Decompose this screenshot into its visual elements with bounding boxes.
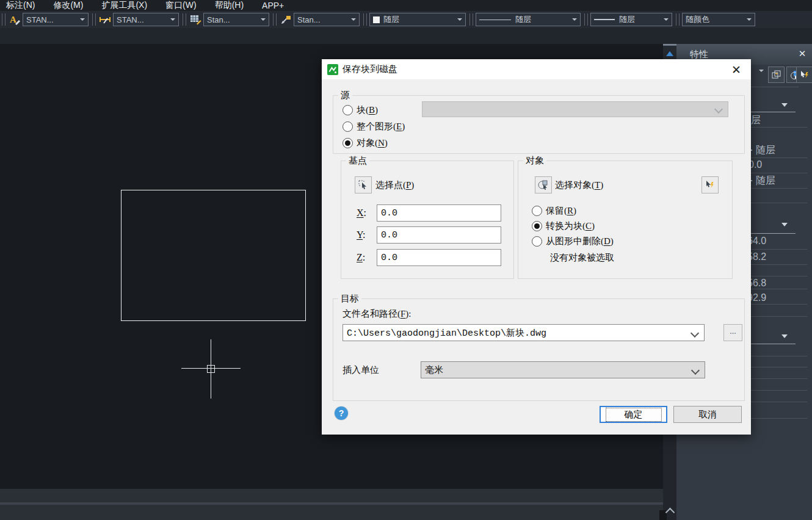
color-control-dropdown[interactable]: 随层 [369, 13, 466, 26]
quick-select-icon [704, 179, 716, 191]
properties-close-icon[interactable]: ✕ [797, 49, 807, 59]
toolbar-grip[interactable] [2, 13, 5, 26]
scrollbar-top-widget[interactable] [663, 44, 676, 59]
radio-objects[interactable]: 对象(N) [343, 137, 388, 149]
basepoint-group: 基点 选择点(P) X: Y: Z: [341, 161, 514, 279]
text-style-dropdown[interactable]: STAN... [23, 13, 89, 26]
dropdown-arrow-icon [80, 18, 85, 21]
quick-select-panel-button[interactable] [796, 67, 812, 83]
section-collapse-icon[interactable] [781, 334, 788, 338]
toolbar-grip[interactable] [469, 13, 473, 26]
radio-circle [532, 221, 542, 231]
pick-point-button[interactable] [355, 176, 372, 193]
chevron-down-icon[interactable] [691, 366, 700, 375]
radio-retain[interactable]: 保留(R) [532, 205, 576, 217]
scroll-chevron-icon[interactable] [665, 508, 675, 518]
menu-express-tools[interactable]: 扩展工具(X) [92, 0, 156, 11]
basepoint-group-label: 基点 [346, 155, 369, 167]
linetype-control-dropdown[interactable]: 随层 [476, 13, 581, 26]
source-group: 源 块(B) 整个图形(E) 对象(N) [333, 95, 745, 154]
radio-circle [532, 206, 542, 216]
radio-circle [343, 138, 353, 148]
drawn-rectangle[interactable] [121, 190, 306, 321]
dropdown-arrow-icon [759, 70, 764, 82]
styles-toolbar: A STAN... STAN... Stan... Stan... 随层 [0, 11, 812, 28]
mleader-style-dropdown[interactable]: Stan... [294, 13, 360, 26]
dropdown-arrow-icon [351, 18, 356, 21]
toolbar-grip[interactable] [584, 13, 588, 26]
menu-bar: 标注(N) 修改(M) 扩展工具(X) 窗口(W) 帮助(H) APP+ [0, 0, 812, 11]
cancel-button[interactable]: 取消 [673, 406, 742, 423]
radio-convert-to-block[interactable]: 转换为块(C) [532, 220, 595, 232]
x-input[interactable] [377, 204, 501, 222]
y-input[interactable] [377, 226, 501, 244]
app-window: 标注(N) 修改(M) 扩展工具(X) 窗口(W) 帮助(H) APP+ A S… [0, 0, 812, 520]
menu-help[interactable]: 帮助(H) [206, 0, 253, 11]
radio-circle [343, 121, 353, 132]
menu-app-plus[interactable]: APP+ [253, 1, 293, 10]
block-name-combo [422, 101, 728, 117]
dropdown-arrow-icon [747, 18, 752, 21]
select-objects-icon [537, 179, 549, 191]
toolbar-grip[interactable] [676, 13, 680, 26]
pick-point-label: 选择点(P) [375, 179, 414, 191]
svg-text:A: A [10, 15, 16, 24]
toolbar-grip[interactable] [92, 13, 96, 26]
target-group-label: 目标 [338, 293, 361, 305]
radio-delete-label: 从图形中删除(D) [546, 236, 614, 247]
insert-units-value: 毫米 [425, 364, 443, 376]
prop-value-fragment[interactable]: 随层 [756, 144, 775, 157]
section-collapse-icon[interactable] [781, 103, 788, 107]
help-button[interactable]: ? [335, 406, 348, 420]
dropdown-arrow-icon [572, 18, 577, 21]
properties-object-dropdown[interactable] [756, 72, 764, 83]
dropdown-arrow-icon [170, 18, 175, 21]
radio-circle [343, 105, 353, 115]
menu-modify[interactable]: 修改(M) [44, 0, 92, 11]
filepath-label: 文件名和路径(F): [343, 308, 411, 320]
prop-value-fragment[interactable]: 层 [751, 114, 761, 127]
prop-value-fragment[interactable]: 随层 [756, 175, 775, 187]
chevron-down-icon[interactable] [691, 329, 699, 338]
crosshair-pickbox [207, 365, 215, 373]
radio-entire-drawing[interactable]: 整个图形(E) [343, 121, 405, 132]
dropdown-arrow-icon [261, 18, 266, 21]
mleader-style-icon [279, 13, 292, 26]
insert-units-combo[interactable]: 毫米 [421, 361, 705, 378]
z-input[interactable] [377, 249, 501, 266]
ok-button[interactable]: 确定 [600, 406, 667, 423]
lineweight-control-dropdown[interactable]: 随层 [590, 13, 672, 26]
copy-properties-button[interactable] [768, 67, 785, 83]
quick-select-button[interactable] [701, 176, 719, 193]
lineweight-preview [594, 19, 615, 20]
filepath-value: C:\Users\gaodongjian\Desktop\新块.dwg [347, 327, 546, 339]
properties-title: 特性 [690, 49, 708, 60]
command-line-strip-2[interactable] [0, 505, 663, 520]
dialog-close-button[interactable]: ✕ [729, 62, 744, 77]
command-line-strip[interactable] [0, 489, 663, 502]
radio-block-label: 块(B) [357, 104, 378, 116]
wblock-dialog: 保存块到磁盘 ✕ 源 块(B) 整个图形(E) 对象(N) [322, 59, 751, 435]
toolbar-grip[interactable] [363, 13, 367, 26]
menu-dimension[interactable]: 标注(N) [0, 0, 44, 11]
z-label: Z: [357, 252, 365, 263]
plotstyle-control-dropdown[interactable]: 随颜色 [682, 13, 755, 26]
y-label: Y: [357, 229, 366, 240]
x-label: X: [357, 208, 366, 218]
section-collapse-icon[interactable] [781, 223, 788, 226]
dim-style-dropdown[interactable]: STAN... [113, 13, 179, 26]
text-style-icon: A [8, 13, 21, 26]
toolbar-grip[interactable] [183, 13, 186, 26]
radio-entire-label: 整个图形(E) [357, 121, 405, 132]
select-objects-button[interactable] [535, 176, 552, 193]
toolbar-grip[interactable] [273, 13, 277, 26]
filepath-combo[interactable]: C:\Users\gaodongjian\Desktop\新块.dwg [343, 324, 705, 341]
radio-block[interactable]: 块(B) [343, 104, 378, 116]
table-style-icon [189, 13, 202, 26]
radio-delete-from-drawing[interactable]: 从图形中删除(D) [532, 236, 614, 247]
menu-window[interactable]: 窗口(W) [156, 0, 206, 11]
browse-button[interactable]: ... [723, 324, 742, 341]
table-style-dropdown[interactable]: Stan... [203, 13, 269, 26]
app-logo-icon [327, 64, 338, 75]
dialog-title-bar[interactable]: 保存块到磁盘 ✕ [322, 59, 751, 79]
